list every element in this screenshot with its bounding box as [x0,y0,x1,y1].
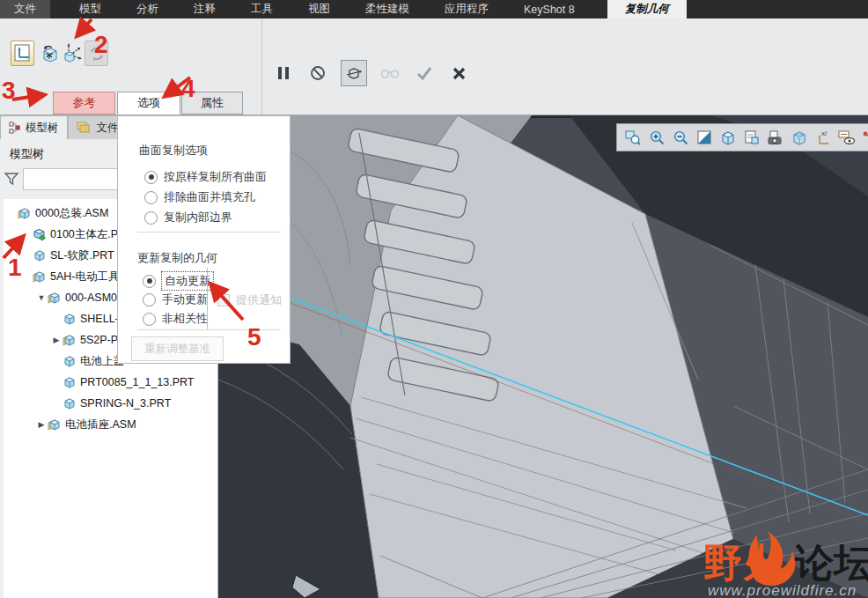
tree-item-label: 5AH-电动工具2 [49,269,125,284]
tab-options-label: 选项 [137,95,160,111]
model-canvas: 野火 论坛 www.proewildfire.cn [218,115,868,598]
radio-copy-inside-boundary[interactable]: 复制内部边界 [144,210,232,225]
radio-manual-update[interactable]: 手动更新 [143,292,208,307]
preview-geometry-icon[interactable] [341,60,367,86]
tree-icon [9,122,21,134]
tree-item-label: SL-软胶.PRT [49,248,114,263]
radio-dot [143,293,156,306]
radio-dot [143,313,156,326]
graphics-area[interactable]: 野火 论坛 www.proewildfire.cn [218,115,868,598]
copy-into-model-button[interactable] [37,41,61,66]
radio-exclude-fill-holes[interactable]: 排除曲面并填充孔 [144,189,255,205]
menu-tab-柔性建模[interactable]: 柔性建模 [354,0,421,18]
menu-tab-注释[interactable]: 注释 [182,0,227,18]
spin-center-icon[interactable] [861,128,868,147]
annotation-display-icon[interactable] [837,128,857,147]
menu-tab-应用程序[interactable]: 应用程序 [433,0,500,18]
radio-label: 非相关性 [162,311,208,327]
tree-item-label: SPRING-N_3.PRT [79,397,171,410]
tree-item-label: 电池插座.ASM [64,417,136,432]
readjust-datum-label: 重新调整基准 [144,342,210,357]
tab-model-tree-label: 模型树 [26,121,59,136]
accept-icon[interactable] [413,62,436,85]
watermark-brand-right: 论坛 [794,541,868,584]
display-style-icon[interactable] [790,128,809,147]
radio-label: 按原样复制所有曲面 [164,169,267,185]
zoom-window-icon[interactable] [623,128,643,147]
menu-tab-视图[interactable]: 视图 [297,0,342,18]
copy-geometry-button[interactable] [60,41,84,66]
part-icon [33,248,49,262]
zoom-out-icon[interactable] [671,128,690,147]
assembly-icon [48,417,64,432]
tree-item[interactable]: ▶电池插座.ASM [4,414,217,435]
assembly-icon [18,206,34,220]
radio-dot [144,191,158,204]
part-icon [63,396,79,410]
tab-references[interactable]: 参考 [53,92,115,114]
tab-properties[interactable]: 属性 [181,92,243,114]
datum-display-icon[interactable]: x/ [813,128,833,147]
radio-label: 排除曲面并填充孔 [164,189,255,205]
radio-non-associative[interactable]: 非相关性 [143,311,208,327]
copy-geometry-icon [62,42,83,65]
view-manager-icon[interactable] [742,128,761,147]
menu-tab-KeyShot 8[interactable]: KeyShot 8 [512,0,586,18]
checkbox-icon [217,294,230,306]
divider [207,268,208,329]
cancel-icon[interactable] [447,62,470,85]
radio-auto-update[interactable]: 自动更新 [143,272,213,290]
watermark-brand-left: 野火 [703,541,781,584]
notify-checkbox: 提供通知 [217,292,282,308]
options-flyout: 曲面复制选项 按原样复制所有曲面 排除曲面并填充孔 复制内部边界 更新复制的几何… [117,115,291,364]
readjust-datum-button: 重新调整基准 [131,336,224,361]
tab-properties-label: 属性 [201,95,224,111]
ribbon: 参考 选项 属性 [0,18,868,115]
svg-text:x/: x/ [821,129,828,137]
surface-copy-options-title: 曲面复制选项 [139,143,208,159]
assembly-icon [33,269,49,284]
menu-tab-文件[interactable]: 文件 [0,0,50,18]
divider [137,329,281,330]
tree-item-label: 000-ASM00 [64,292,123,304]
csys-placement-icon [13,44,32,63]
model-tree-title: 模型树 [10,146,44,162]
menu-tab-模型[interactable]: 模型 [68,0,113,18]
tab-options[interactable]: 选项 [117,92,180,114]
update-copied-geometry-title: 更新复制的几何 [137,250,217,266]
menu-tab-bar: 文件模型分析注释工具视图柔性建模应用程序KeyShot 8复制几何 [0,0,868,18]
tab-references-label: 参考 [73,95,96,111]
part-icon [63,375,79,389]
assembly-icon [48,291,64,305]
radio-label: 复制内部边界 [164,210,232,225]
snapshot-icon[interactable] [766,128,785,147]
csys-placement-button[interactable] [11,41,34,66]
watermark-url: www.proewildfire.cn [708,582,857,598]
copy-into-model-icon [40,44,59,63]
radio-dot [144,171,158,184]
filter-funnel-icon[interactable] [0,171,23,187]
tree-item[interactable]: SPRING-N_3.PRT [4,393,217,414]
expand-arrow-icon[interactable]: ▶ [50,336,63,344]
zoom-in-icon[interactable] [647,128,666,147]
radio-copy-all-surfaces[interactable]: 按原样复制所有曲面 [144,169,267,185]
no-preview-icon[interactable] [306,62,329,85]
tab-model-tree[interactable]: 模型树 [0,115,68,139]
part-icon [63,354,79,368]
repaint-icon[interactable] [695,128,714,147]
divider [137,232,281,233]
radio-dot [144,211,158,225]
dashboard-tab-strip: 参考 选项 属性 [0,92,868,115]
pause-icon[interactable] [272,62,295,85]
assembly-icon [63,333,79,347]
notify-checkbox-label: 提供通知 [236,292,282,308]
menu-tab-工具[interactable]: 工具 [239,0,284,18]
update-refresh-button [85,41,108,66]
collapse-arrow-icon[interactable]: ▼ [35,293,48,302]
menu-tab-分析[interactable]: 分析 [125,0,170,18]
part-icon [63,312,79,326]
tree-item[interactable]: PRT0085_1_1_13.PRT [4,372,217,393]
menu-tab-复制几何[interactable]: 复制几何 [607,0,687,18]
expand-arrow-icon[interactable]: ▶ [35,420,48,429]
saved-orientations-icon[interactable] [718,128,738,147]
